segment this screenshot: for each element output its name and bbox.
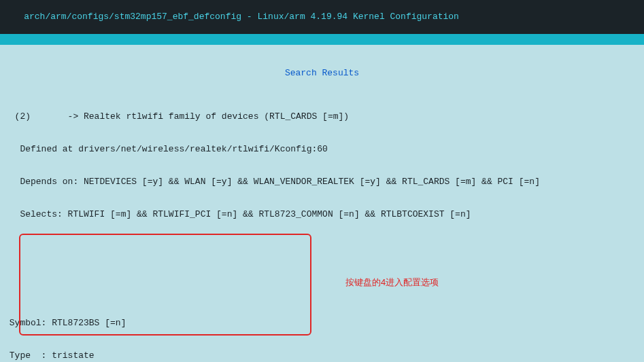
- search-results-panel[interactable]: Search Results (2) -> Realtek rtlwifi fa…: [0, 45, 644, 362]
- result-line: Symbol: RTL8723BS [=n]: [4, 318, 640, 329]
- config-path: arch/arm/configs/stm32mp157_ebf_defconfi…: [24, 12, 459, 22]
- blank-line: [4, 242, 640, 253]
- result-line: Depends on: NETDEVICES [=y] && WLAN [=y]…: [4, 177, 640, 187]
- result-line[interactable]: (2) -> Realtek rtlwifi family of devices…: [4, 111, 640, 122]
- terminal-window: arch/arm/configs/stm32mp157_ebf_defconfi…: [0, 0, 644, 362]
- blank-line: [4, 274, 640, 285]
- annotation-text: 按键盘的4进入配置选项: [345, 277, 439, 288]
- result-line: Selects: RTLWIFI [=m] && RTLWIFI_PCI [=n…: [4, 209, 640, 220]
- title-bar: arch/arm/configs/stm32mp157_ebf_defconfi…: [0, 0, 644, 34]
- result-line: Defined at drivers/net/wireless/realtek/…: [4, 144, 640, 155]
- search-bar[interactable]: > Search (8723) ────────────────────────…: [0, 34, 644, 45]
- result-line: Type : tristate: [4, 350, 640, 361]
- results-title: Search Results: [4, 67, 640, 79]
